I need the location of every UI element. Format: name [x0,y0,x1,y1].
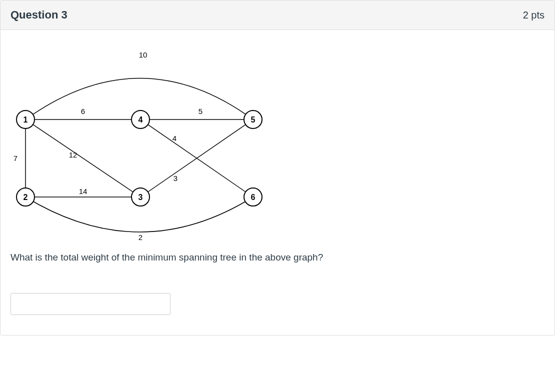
svg-text:5: 5 [251,116,256,124]
svg-text:2: 2 [24,193,28,202]
edge-label-1-4: 6 [81,107,85,116]
question-title: Question 3 [10,8,68,22]
question-card: Question 3 2 pts [0,0,555,336]
edge-label-1-3: 12 [69,150,78,159]
svg-text:6: 6 [251,193,256,202]
edge-label-1-2: 7 [14,154,18,162]
node-3: 3 [132,188,150,206]
question-points: 2 pts [523,10,544,21]
graph-svg: 10 6 5 7 12 14 4 3 2 1 4 [10,42,280,242]
graph-diagram: 10 6 5 7 12 14 4 3 2 1 4 [10,42,280,242]
edge-label-4-5: 5 [198,107,202,116]
edge-label-2-3: 14 [79,187,88,196]
edge-label-2-6: 2 [138,233,142,242]
edge-label-4-6: 4 [172,134,176,142]
node-5: 5 [244,110,262,128]
answer-input[interactable] [10,293,170,315]
node-4: 4 [132,110,150,128]
svg-text:3: 3 [138,193,143,202]
edge-label-3-5: 3 [174,174,178,182]
svg-text:4: 4 [138,116,143,124]
node-1: 1 [16,110,34,128]
node-2: 2 [16,188,34,206]
question-header: Question 3 2 pts [0,0,554,30]
node-6: 6 [244,188,262,206]
edge-1-3 [26,120,140,197]
svg-text:1: 1 [24,116,28,124]
edge-label-1-5: 10 [139,50,148,59]
question-body: 10 6 5 7 12 14 4 3 2 1 4 [0,30,554,335]
question-text: What is the total weight of the minimum … [10,252,544,263]
